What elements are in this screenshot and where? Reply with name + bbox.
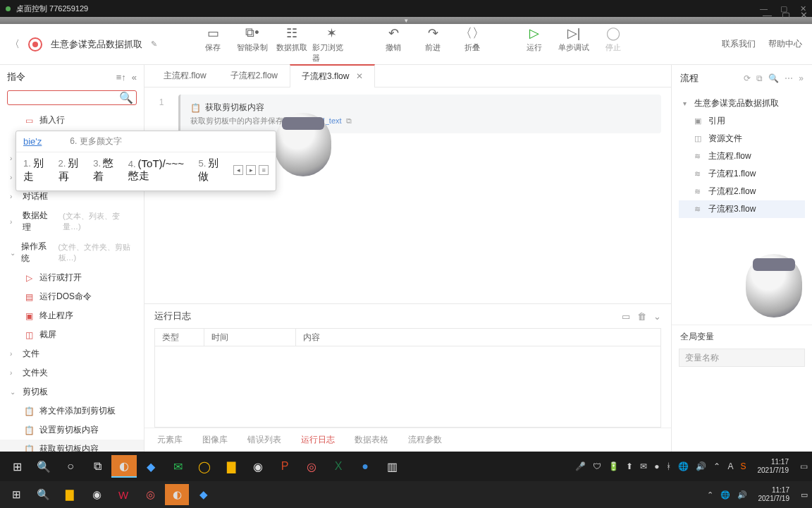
tray-vol-icon[interactable]: 🔊 bbox=[696, 461, 706, 471]
tab-errors[interactable]: 错误列表 bbox=[247, 434, 281, 446]
tray-icon[interactable]: 🎤 bbox=[575, 461, 586, 471]
search-input[interactable] bbox=[13, 93, 119, 103]
folder-item[interactable]: ›文件夹 bbox=[0, 363, 144, 382]
notification-icon[interactable]: ▭ bbox=[800, 461, 808, 471]
app-task-icon[interactable]: ◐ bbox=[111, 455, 137, 478]
tray-up-icon[interactable]: ⌃ bbox=[713, 461, 720, 471]
excel-icon[interactable]: X bbox=[326, 455, 351, 478]
run-button[interactable]: ▷运行 bbox=[515, 23, 553, 66]
os-item[interactable]: ⌄操作系统(文件、文件夹、剪贴板…) bbox=[0, 237, 144, 268]
copy-icon[interactable]: ⧉ bbox=[346, 116, 352, 125]
tab-main-flow[interactable]: 主流程.flow bbox=[152, 64, 219, 87]
tree-main-flow[interactable]: ≋主流程.flow bbox=[679, 147, 805, 165]
stop-button[interactable]: ◯停止 bbox=[594, 23, 632, 66]
explorer-icon[interactable]: ▇ bbox=[219, 455, 244, 478]
notification-icon[interactable]: ▭ bbox=[801, 490, 808, 500]
refresh-icon[interactable]: ⟳ bbox=[744, 73, 751, 83]
cortana-icon[interactable]: ○ bbox=[58, 455, 83, 478]
tab-subflow2[interactable]: 子流程2.flow bbox=[219, 64, 290, 87]
inner-close-icon[interactable]: ✕ bbox=[800, 10, 808, 20]
notepad-icon[interactable]: ▥ bbox=[379, 455, 405, 478]
tab-log[interactable]: 运行日志 bbox=[301, 434, 335, 446]
sort-icon[interactable]: ≡↑ bbox=[116, 72, 126, 83]
log-save-icon[interactable]: ▭ bbox=[622, 311, 630, 322]
tray-up-icon[interactable]: ⌃ bbox=[707, 490, 713, 500]
ime-prev-icon[interactable]: ◂ bbox=[233, 165, 243, 175]
tab-data[interactable]: 数据表格 bbox=[355, 434, 388, 446]
tab-params[interactable]: 流程参数 bbox=[408, 434, 442, 446]
ime-next-icon[interactable]: ▸ bbox=[246, 165, 256, 175]
rpa-icon[interactable]: ◎ bbox=[299, 455, 324, 478]
clipboard-item[interactable]: ⌄剪切板 bbox=[0, 382, 144, 401]
host-task-icon[interactable]: ◆ bbox=[192, 484, 216, 505]
tab-images[interactable]: 图像库 bbox=[202, 434, 228, 446]
screenshot-item[interactable]: ◫截屏 bbox=[0, 325, 144, 344]
redo-button[interactable]: ↷前进 bbox=[414, 23, 452, 66]
ime-cand-5[interactable]: 5.别做 bbox=[198, 157, 222, 183]
terminate-item[interactable]: ▣终止程序 bbox=[0, 306, 144, 325]
ime-cand-2[interactable]: 2.别再 bbox=[59, 157, 82, 183]
ime-more[interactable]: 6. 更多颜文字 bbox=[70, 135, 121, 147]
project-root[interactable]: ▾生意参谋竞品数据抓取 bbox=[679, 95, 805, 112]
log-clear-icon[interactable]: 🗑 bbox=[637, 311, 646, 322]
tray-net-icon[interactable]: 🌐 bbox=[720, 490, 730, 500]
crawl-button[interactable]: ☷数据抓取 bbox=[273, 23, 311, 66]
tree-sub2[interactable]: ≋子流程2.flow bbox=[679, 183, 805, 200]
host-clock[interactable]: 11:17 2021/7/19 bbox=[758, 486, 790, 503]
tray-net-icon[interactable]: 🌐 bbox=[678, 461, 689, 471]
tray-icon[interactable]: ✉ bbox=[640, 461, 647, 471]
undo-button[interactable]: ↶撤销 bbox=[374, 23, 412, 66]
step-button[interactable]: ▷|单步调试 bbox=[555, 23, 593, 66]
meeting-icon[interactable]: ● bbox=[352, 455, 378, 478]
data-processing-item[interactable]: ›数据处理(文本、列表、变量…) bbox=[0, 206, 144, 237]
tray-icon[interactable]: 🛡 bbox=[593, 461, 601, 471]
insert-row-item[interactable]: ▭插入行 bbox=[0, 111, 144, 130]
search-taskbar-icon[interactable]: 🔍 bbox=[31, 455, 56, 478]
wps-icon[interactable]: W bbox=[111, 484, 135, 505]
tab-close-icon[interactable]: ✕ bbox=[356, 71, 363, 81]
tray-bt-icon[interactable]: ᚼ bbox=[666, 461, 671, 471]
cb-add-file-item[interactable]: 📋将文件添加到剪切板 bbox=[0, 401, 144, 421]
browser-button[interactable]: ✶影刀浏览器 bbox=[312, 23, 350, 66]
run-open-item[interactable]: ▷运行或打开 bbox=[0, 268, 144, 287]
app-task-icon[interactable]: ◯ bbox=[192, 455, 217, 478]
flow-canvas[interactable]: 1 📋获取剪切板内容 获取剪切板中的内容并保存至 clipboard_text⧉ bbox=[144, 87, 671, 303]
file-item[interactable]: ›文件 bbox=[0, 344, 144, 363]
tab-subflow3[interactable]: 子流程3.flow✕ bbox=[290, 64, 375, 87]
tree-sub1[interactable]: ≋子流程1.flow bbox=[679, 165, 805, 183]
wechat-icon[interactable]: ✉ bbox=[165, 455, 190, 478]
ime-cand-3[interactable]: 3.憋着 bbox=[93, 157, 117, 183]
more-icon[interactable]: ⋯ bbox=[785, 73, 793, 83]
remote-app-icon[interactable]: ◐ bbox=[165, 484, 189, 505]
ime-cand-1[interactable]: 1.别走 bbox=[23, 157, 47, 183]
tray-icon[interactable]: 🔋 bbox=[608, 461, 619, 471]
tree-res[interactable]: ◫资源文件 bbox=[679, 130, 805, 147]
tab-elements[interactable]: 元素库 bbox=[157, 434, 183, 446]
cb-set-item[interactable]: 📋设置剪切板内容 bbox=[0, 421, 144, 440]
tray-sogou-icon[interactable]: S bbox=[740, 461, 746, 471]
ime-menu-icon[interactable]: ≡ bbox=[259, 165, 269, 175]
tray-icon[interactable]: ⬆ bbox=[626, 461, 633, 471]
save-button[interactable]: ▭保存 bbox=[194, 23, 232, 66]
inner-max-icon[interactable]: ▢ bbox=[782, 10, 790, 20]
ime-popup[interactable]: bie'z 6. 更多颜文字 1.别走 2.别再 3.憋着 4.(ToT)/~~… bbox=[16, 131, 276, 191]
inner-min-icon[interactable]: — bbox=[763, 10, 772, 20]
step-card[interactable]: 📋获取剪切板内容 获取剪切板中的内容并保存至 clipboard_text⧉ bbox=[178, 95, 661, 133]
powerpoint-icon[interactable]: P bbox=[272, 455, 297, 478]
run-dos-item[interactable]: ▤运行DOS命令 bbox=[0, 287, 144, 306]
contact-link[interactable]: 联系我们 bbox=[722, 38, 756, 50]
tree-ref[interactable]: ▣引用 bbox=[679, 112, 805, 130]
tray-icon[interactable]: ● bbox=[654, 461, 659, 471]
explorer-icon[interactable]: ▇ bbox=[58, 484, 82, 505]
start-button[interactable]: ⊞ bbox=[4, 455, 30, 478]
tray-ime-icon[interactable]: A bbox=[727, 461, 733, 471]
smart-record-button[interactable]: ⧉•智能录制 bbox=[233, 23, 271, 66]
log-collapse-icon[interactable]: ⌄ bbox=[653, 311, 661, 322]
back-button[interactable]: 〈 bbox=[10, 38, 20, 51]
tree-sub3[interactable]: ≋子流程3.flow bbox=[679, 200, 805, 218]
chrome-icon[interactable]: ◉ bbox=[85, 484, 109, 505]
global-var-row[interactable]: 变量名称 bbox=[679, 349, 805, 367]
help-link[interactable]: 帮助中心 bbox=[768, 38, 802, 50]
cb-get-item[interactable]: 📋获取剪切板内容 bbox=[0, 440, 144, 452]
command-search[interactable]: 🔍 bbox=[7, 90, 137, 105]
